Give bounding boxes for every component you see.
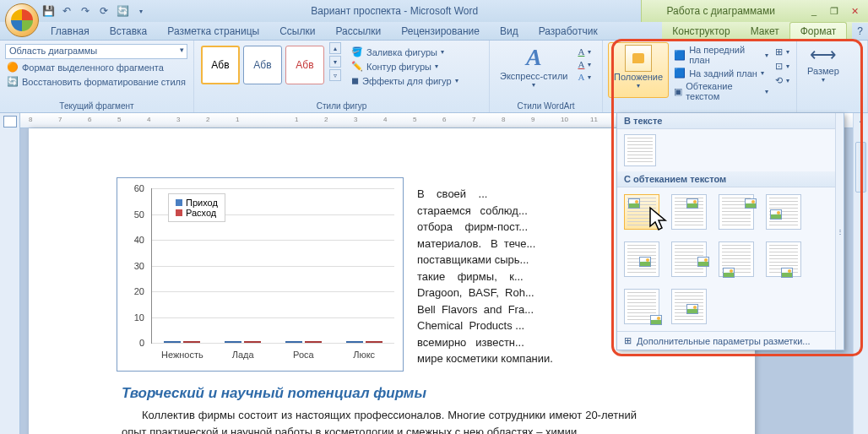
text-wrap-button[interactable]: ▣Обтекание текстом▾ <box>672 80 770 102</box>
tab-design[interactable]: Конструктор <box>662 23 740 40</box>
qat-refresh-icon[interactable]: 🔄 <box>115 3 130 19</box>
pencil-icon: ✏️ <box>351 61 363 72</box>
vertical-scrollbar[interactable]: ▴ <box>853 113 868 434</box>
format-selection-button[interactable]: 🟠Формат выделенного фрагмента <box>5 61 165 73</box>
ruler-tick: 11 <box>590 116 598 123</box>
chart-x-label: Нежность <box>157 350 208 360</box>
align-icon: ⊞ <box>775 46 783 57</box>
qat-redo-icon[interactable]: ↷ <box>78 3 93 19</box>
position-button[interactable]: Положение ▾ <box>608 42 669 98</box>
group-button[interactable]: ⊡▾ <box>773 60 791 73</box>
ruler-tick: 6 <box>88 116 91 123</box>
size-button[interactable]: ⟷ Размер ▾ <box>802 42 844 98</box>
more-layout-options[interactable]: ⊞ Дополнительные параметры разметки... <box>617 331 844 350</box>
group-label-current: Текущий фрагмент <box>0 100 193 111</box>
ruler-tick: 3 <box>354 116 357 123</box>
text-fill-icon: A <box>578 46 584 57</box>
chart-x-label: Лада <box>218 350 269 360</box>
ruler-tick: 7 <box>472 116 475 123</box>
group-label-wordart: Стили WordArt <box>490 100 602 111</box>
minimize-button[interactable]: _ <box>807 5 821 17</box>
chart-bar <box>346 341 363 343</box>
shape-outline-button[interactable]: ✏️Контур фигуры▾ <box>350 60 460 73</box>
embedded-chart[interactable]: 0102030405060НежностьЛадаРосаЛюксПриходР… <box>117 177 404 372</box>
vertical-ruler <box>0 113 20 434</box>
tab-view[interactable]: Вид <box>490 23 529 40</box>
position-gallery-dropdown: В тексте С обтеканием текстом ⊞ Дополнит… <box>616 113 844 350</box>
text-outline-button[interactable]: A▾ <box>576 58 593 70</box>
gallery-section-wrap: С обтеканием текстом <box>617 171 844 187</box>
text-fill-button[interactable]: A▾ <box>576 46 593 57</box>
position-wrap-option-2[interactable] <box>671 194 707 230</box>
shape-style-1[interactable]: Абв <box>201 46 240 84</box>
text-outline-icon: A <box>578 59 584 69</box>
gallery-drag-handle[interactable]: ⋮ <box>835 113 844 350</box>
chart-x-label: Люкс <box>339 350 389 360</box>
text-effects-button[interactable]: A▾ <box>576 71 593 83</box>
qat-save-icon[interactable]: 💾 <box>41 3 56 19</box>
rotate-button[interactable]: ⟲▾ <box>773 74 791 87</box>
chart-bar <box>164 341 181 343</box>
scroll-thumb[interactable] <box>855 142 866 193</box>
shape-style-3[interactable]: Абв <box>285 46 324 84</box>
ribbon-group-size: ⟷ Размер ▾ <box>797 41 868 112</box>
qat-customize-icon[interactable]: ▾ <box>133 3 149 19</box>
ruler-tick: 4 <box>383 116 387 123</box>
tab-layout[interactable]: Макет <box>741 23 789 40</box>
style-more-icon[interactable]: ▿ <box>329 69 341 81</box>
shape-effects-button[interactable]: ◼Эффекты для фигур▾ <box>350 74 460 87</box>
qat-repeat-icon[interactable]: ⟳ <box>96 3 111 19</box>
shape-style-2[interactable]: Абв <box>243 46 282 84</box>
tab-insert[interactable]: Вставка <box>100 23 158 40</box>
scroll-up-icon[interactable]: ▴ <box>854 113 868 127</box>
chart-legend: ПриходРасход <box>168 193 225 222</box>
tab-page-layout[interactable]: Разметка страницы <box>157 23 269 40</box>
ruler-tick: 1 <box>236 116 239 123</box>
bring-front-button[interactable]: 🟦На передний план▾ <box>672 44 770 66</box>
tab-mailings[interactable]: Рассылки <box>325 23 391 40</box>
position-wrap-option-6[interactable] <box>671 241 707 277</box>
reset-style-button[interactable]: 🔄Восстановить форматирование стиля <box>5 75 187 88</box>
window-title: Вариант проспекта - Microsoft Word <box>149 5 641 17</box>
view-ruler-icon[interactable] <box>3 116 17 127</box>
quick-access-toolbar: 💾 ↶ ↷ ⟳ 🔄 ▾ <box>41 3 149 19</box>
chart-y-tick: 60 <box>134 183 144 193</box>
tab-review[interactable]: Рецензирование <box>391 23 490 40</box>
tab-references[interactable]: Ссылки <box>269 23 325 40</box>
quick-styles-button[interactable]: A Экспресс-стили ▾ <box>495 42 572 98</box>
send-back-button[interactable]: 🟦На задний план▾ <box>672 67 770 79</box>
position-wrap-option-4[interactable] <box>766 194 801 230</box>
position-inline-option[interactable] <box>624 134 656 166</box>
group-icon: ⊡ <box>775 61 783 72</box>
position-wrap-option-9[interactable] <box>624 289 659 324</box>
position-wrap-option-1[interactable] <box>624 194 659 230</box>
position-wrap-option-10[interactable] <box>671 289 707 324</box>
chart-y-tick: 0 <box>139 338 144 348</box>
office-button[interactable] <box>5 3 39 37</box>
shape-fill-button[interactable]: 🪣Заливка фигуры▾ <box>350 46 460 58</box>
window-controls: _ ❐ ✕ <box>800 0 868 22</box>
tab-home[interactable]: Главная <box>41 23 100 40</box>
size-icon: ⟷ <box>810 44 837 66</box>
ruler-tick: 5 <box>413 116 416 123</box>
tab-format[interactable]: Формат <box>789 22 848 40</box>
qat-undo-icon[interactable]: ↶ <box>59 3 74 19</box>
maximize-button[interactable]: ❐ <box>827 5 841 17</box>
align-button[interactable]: ⊞▾ <box>773 46 791 58</box>
chart-bar <box>244 341 261 343</box>
body-paragraph-2: Коллектив фирмы состоит из настоящих про… <box>122 407 637 434</box>
bring-front-icon: 🟦 <box>674 50 686 61</box>
tab-developer[interactable]: Разработчик <box>529 23 608 40</box>
chart-bar <box>183 341 200 343</box>
ribbon: Область диаграммы 🟠Формат выделенного фр… <box>0 41 868 113</box>
position-wrap-option-3[interactable] <box>719 194 754 230</box>
help-button[interactable]: ? <box>852 23 868 40</box>
position-wrap-option-8[interactable] <box>766 241 801 277</box>
close-button[interactable]: ✕ <box>848 5 861 17</box>
contextual-tab-title: Работа с диаграммами <box>641 0 801 22</box>
position-wrap-option-5[interactable] <box>624 241 659 277</box>
chart-element-combo[interactable]: Область диаграммы <box>5 44 187 59</box>
position-wrap-option-7[interactable] <box>719 241 754 277</box>
style-next-icon[interactable]: ▾ <box>329 56 341 68</box>
style-prev-icon[interactable]: ▴ <box>329 42 341 54</box>
